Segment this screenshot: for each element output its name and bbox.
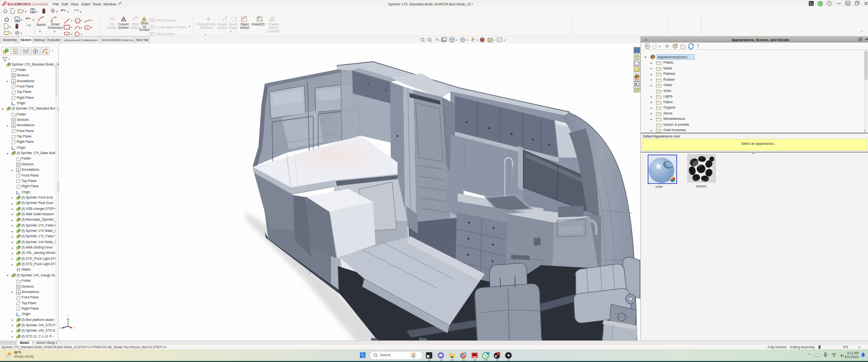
svg-text:SO: SO xyxy=(819,2,822,5)
svg-text:A: A xyxy=(17,291,20,294)
svg-text:Z: Z xyxy=(59,326,61,329)
svg-text:▾: ▾ xyxy=(467,39,468,42)
svg-text:A: A xyxy=(12,124,15,128)
svg-text:▾: ▾ xyxy=(476,39,478,42)
svg-text:Y: Y xyxy=(68,314,70,317)
svg-text:▾: ▾ xyxy=(456,39,457,42)
svg-text:X: X xyxy=(73,326,75,329)
svg-text:A: A xyxy=(17,168,20,172)
svg-text:?: ? xyxy=(828,2,830,5)
svg-text:A: A xyxy=(12,80,15,84)
svg-text:▾: ▾ xyxy=(493,39,495,42)
svg-text:▾: ▾ xyxy=(504,39,505,42)
